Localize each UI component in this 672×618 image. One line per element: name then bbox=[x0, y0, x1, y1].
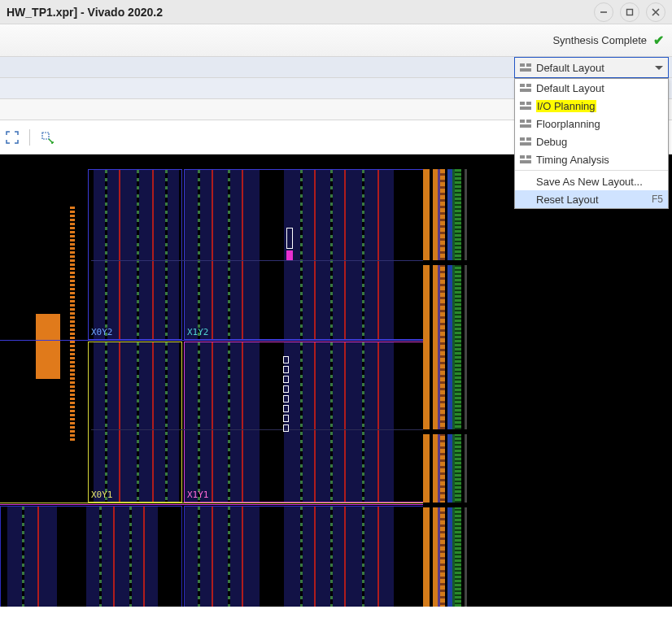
window-title: HW_TP1.xpr] - Vivado 2020.2 bbox=[7, 6, 163, 19]
region-x0y2[interactable]: X0Y2 bbox=[88, 169, 182, 340]
svg-rect-1 bbox=[627, 9, 633, 15]
toolbar-separator bbox=[29, 129, 30, 146]
menu-item-floorplanning[interactable]: Floorplanning bbox=[515, 115, 668, 133]
status-check-icon: ✔ bbox=[653, 33, 664, 48]
row-divider bbox=[0, 503, 477, 503]
menu-label: Reset Layout bbox=[536, 194, 599, 206]
layout-icon bbox=[520, 155, 531, 163]
region-x0y0[interactable] bbox=[0, 506, 182, 607]
menu-item-timing-analysis[interactable]: Timing Analysis bbox=[515, 150, 668, 168]
slice-line bbox=[91, 260, 473, 261]
io-bank-left-dots bbox=[70, 207, 75, 442]
close-button[interactable] bbox=[646, 2, 665, 22]
region-label: X0Y2 bbox=[91, 327, 113, 337]
menu-item-debug[interactable]: Debug bbox=[515, 133, 668, 150]
menu-shortcut: F5 bbox=[644, 194, 663, 205]
layout-selector-value: Default Layout bbox=[536, 62, 604, 74]
layout-icon bbox=[520, 137, 531, 146]
menu-separator bbox=[515, 170, 668, 171]
menu-label: Debug bbox=[536, 136, 567, 148]
select-area-icon[interactable] bbox=[40, 130, 55, 145]
menu-label: Save As New Layout... bbox=[536, 176, 643, 188]
layout-icon bbox=[520, 102, 531, 110]
layout-icon bbox=[520, 84, 531, 92]
region-label: X1Y2 bbox=[187, 327, 209, 337]
menu-item-reset-layout[interactable]: Reset Layout F5 bbox=[515, 190, 668, 208]
region-label: X0Y1 bbox=[91, 490, 113, 500]
right-cluster-gap bbox=[423, 260, 477, 265]
layout-icon bbox=[520, 120, 531, 128]
menu-label: Floorplanning bbox=[536, 118, 600, 130]
titlebar: HW_TP1.xpr] - Vivado 2020.2 bbox=[0, 0, 672, 24]
cell-marker bbox=[286, 228, 293, 249]
io-bank-left-block bbox=[36, 314, 60, 379]
menu-label: Timing Analysis bbox=[536, 154, 609, 166]
menu-label: Default Layout bbox=[536, 82, 604, 94]
right-hardblock-cluster bbox=[423, 169, 477, 607]
menu-item-io-planning[interactable]: I/O Planning bbox=[515, 97, 668, 115]
menu-item-default-layout[interactable]: Default Layout bbox=[515, 79, 668, 97]
layout-dropdown: Default Layout I/O Planning Floorplannin… bbox=[514, 78, 669, 209]
menu-item-save-layout[interactable]: Save As New Layout... bbox=[515, 172, 668, 190]
row-divider bbox=[0, 504, 477, 505]
status-text: Synthesis Complete bbox=[552, 34, 647, 46]
row-divider bbox=[0, 340, 477, 341]
menu-label: I/O Planning bbox=[536, 100, 596, 112]
right-cluster-gap bbox=[423, 429, 477, 434]
minimize-button[interactable] bbox=[594, 2, 613, 22]
right-cluster-gap bbox=[423, 503, 477, 507]
device-view[interactable]: X0Y2 bbox=[0, 154, 672, 607]
region-x0y1[interactable]: X0Y1 bbox=[88, 342, 182, 503]
chevron-down-icon bbox=[655, 66, 663, 70]
slice-line bbox=[91, 429, 473, 430]
status-bar: Synthesis Complete ✔ bbox=[0, 24, 672, 57]
maximize-button[interactable] bbox=[620, 2, 639, 22]
svg-rect-4 bbox=[42, 133, 49, 139]
cell-markers-column bbox=[283, 356, 289, 432]
layout-selector[interactable]: Default Layout bbox=[514, 57, 669, 78]
layout-icon bbox=[520, 63, 531, 72]
fit-view-icon[interactable] bbox=[5, 130, 20, 145]
region-label: X1Y1 bbox=[187, 490, 209, 500]
highlighted-cell bbox=[286, 250, 293, 260]
